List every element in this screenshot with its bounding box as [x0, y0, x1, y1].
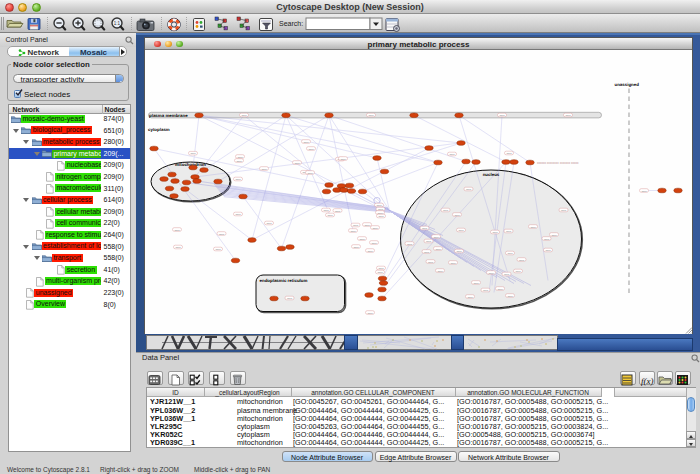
svg-text:abcd: abcd — [506, 152, 512, 155]
svg-text:abcd: abcd — [294, 161, 300, 164]
svg-text:abcd: abcd — [507, 294, 513, 297]
svg-text:abcd: abcd — [340, 157, 346, 160]
svg-text:abcd: abcd — [456, 250, 462, 253]
svg-text:abcd: abcd — [377, 271, 383, 274]
svg-text:abcd: abcd — [565, 114, 571, 117]
svg-text:nucleus: nucleus — [483, 172, 500, 177]
svg-text:abcd: abcd — [450, 261, 456, 264]
svg-text:abcd: abcd — [359, 237, 365, 240]
svg-text:abcd: abcd — [641, 189, 647, 192]
svg-text:abcd: abcd — [506, 230, 512, 233]
svg-text:abcd: abcd — [435, 247, 441, 250]
svg-text:abcd: abcd — [483, 289, 489, 292]
svg-text:abcd: abcd — [307, 171, 313, 174]
svg-text:abcd: abcd — [428, 260, 434, 263]
svg-text:abcd: abcd — [287, 297, 293, 300]
svg-text:abcd: abcd — [407, 242, 413, 245]
svg-text:endoplasmic reticulum: endoplasmic reticulum — [260, 278, 308, 283]
svg-text:abcd: abcd — [467, 295, 473, 298]
svg-text:abcd: abcd — [266, 222, 272, 225]
svg-text:abcd: abcd — [364, 223, 370, 226]
svg-text:abcd: abcd — [237, 155, 243, 158]
svg-text:abcd: abcd — [241, 114, 247, 117]
svg-text:abcd: abcd — [492, 231, 498, 234]
svg-text:abcd: abcd — [367, 311, 373, 314]
svg-text:xxxxxx xxxxxxxx xxxxxxx xxxxx: xxxxxx xxxxxxxx xxxxxxx xxxxx — [537, 161, 579, 165]
svg-text:abcd: abcd — [561, 209, 567, 212]
svg-text:abcd: abcd — [235, 213, 241, 216]
svg-text:abcd: abcd — [499, 114, 505, 117]
svg-text:abcd: abcd — [545, 249, 551, 252]
svg-text:abcd: abcd — [551, 233, 557, 236]
svg-text:abcd: abcd — [507, 252, 513, 255]
svg-text:abcd: abcd — [371, 241, 377, 244]
svg-text:abcd: abcd — [458, 229, 464, 232]
svg-text:abcd: abcd — [519, 258, 525, 261]
svg-text:abcd: abcd — [378, 267, 384, 270]
svg-text:abcd: abcd — [335, 209, 341, 212]
svg-text:unassigned: unassigned — [615, 82, 639, 87]
svg-text:abcd: abcd — [175, 246, 181, 249]
svg-text:abcd: abcd — [368, 114, 374, 117]
svg-text:abcd: abcd — [372, 226, 378, 229]
svg-text:abcd: abcd — [422, 227, 428, 230]
svg-text:abcd: abcd — [437, 269, 443, 272]
svg-text:abcd: abcd — [497, 287, 503, 290]
svg-text:abcd: abcd — [544, 237, 550, 240]
svg-text:abcd: abcd — [449, 153, 455, 156]
svg-text:abcd: abcd — [219, 232, 225, 235]
svg-text:abcd: abcd — [504, 273, 510, 276]
svg-text:abcd: abcd — [376, 204, 382, 207]
svg-text:abcd: abcd — [323, 209, 329, 212]
svg-text:abcd: abcd — [473, 281, 479, 284]
svg-text:abcd: abcd — [261, 167, 267, 170]
svg-text:abcd: abcd — [215, 248, 221, 251]
svg-text:abcd: abcd — [353, 224, 359, 227]
svg-text:abcd: abcd — [378, 215, 384, 218]
svg-text:abcd: abcd — [174, 228, 180, 231]
svg-text:abcd: abcd — [327, 214, 333, 217]
svg-text:abcd: abcd — [235, 178, 241, 181]
svg-text:abcd: abcd — [466, 188, 472, 191]
svg-text:abcd: abcd — [303, 140, 309, 143]
svg-text:cytoplasm: cytoplasm — [148, 127, 170, 132]
svg-text:abcd: abcd — [424, 250, 430, 253]
svg-text:abcd: abcd — [190, 152, 196, 155]
svg-text:plasma membrane: plasma membrane — [149, 112, 188, 117]
svg-text:abcd: abcd — [426, 240, 432, 243]
svg-text:abcd: abcd — [443, 209, 449, 212]
svg-text:abcd: abcd — [433, 235, 439, 238]
svg-text:abcd: abcd — [236, 159, 242, 162]
svg-text:abcd: abcd — [353, 245, 359, 248]
svg-text:f(x): f(x) — [641, 375, 654, 385]
svg-text:abcd: abcd — [350, 229, 356, 232]
svg-text:abcd: abcd — [308, 147, 314, 150]
svg-text:abcd: abcd — [530, 225, 536, 228]
svg-text:abcd: abcd — [367, 249, 373, 252]
svg-text:abcd: abcd — [454, 213, 460, 216]
svg-text:abcd: abcd — [515, 270, 521, 273]
svg-text:abcd: abcd — [488, 271, 494, 274]
